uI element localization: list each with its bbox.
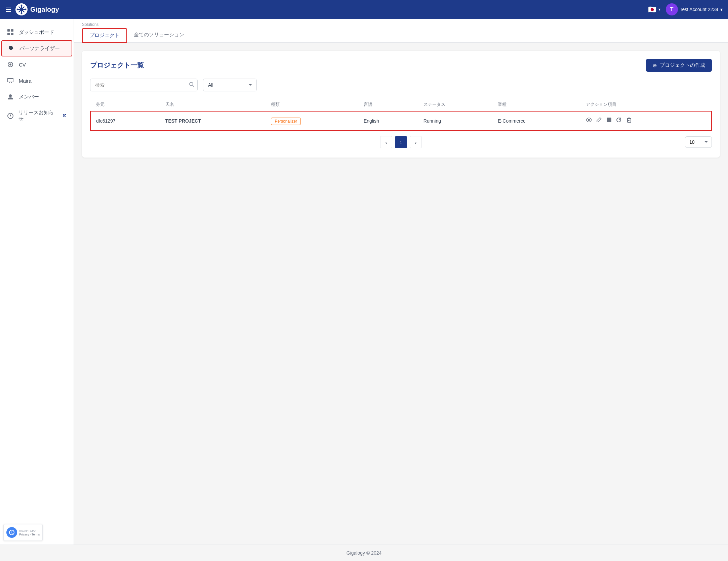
svg-point-19 xyxy=(190,82,193,86)
svg-point-21 xyxy=(588,119,590,121)
project-table: 身元 氏名 種類 言語 ステータス 業種 アクション項目 dfc61297 TE xyxy=(90,98,712,131)
col-type: 種類 xyxy=(266,98,358,111)
action-icons xyxy=(586,117,706,125)
user-avatar: T xyxy=(666,3,678,15)
header-left: ☰ Gigalogy xyxy=(5,3,59,15)
cv-icon xyxy=(7,61,14,68)
svg-point-15 xyxy=(9,94,12,97)
sidebar: ダッシュボード パーソナライザー CV xyxy=(0,19,74,545)
current-page-button[interactable]: 1 xyxy=(395,136,407,148)
svg-point-6 xyxy=(21,13,22,14)
pagination: ‹ 1 › 10 25 50 xyxy=(90,131,712,149)
main-content: プロジェクト一覧 ⊕ プロジェクトの作成 xyxy=(74,43,728,545)
lang-chevron-icon: ▾ xyxy=(658,7,660,12)
recaptcha-text-block: reCAPTCHA Privacy · Terms xyxy=(19,529,40,536)
flag-icon: 🇯🇵 xyxy=(648,5,656,13)
plus-icon: ⊕ xyxy=(653,62,657,69)
view-icon[interactable] xyxy=(586,117,592,125)
table-row: dfc61297 TEST PROJECT Personalizer Engli… xyxy=(90,111,712,130)
svg-point-18 xyxy=(10,117,11,117)
cell-status: Running xyxy=(418,111,492,130)
logo-text: Gigalogy xyxy=(30,6,59,13)
logo-icon xyxy=(15,3,28,15)
search-wrapper xyxy=(90,79,198,91)
recaptcha-logo xyxy=(6,527,17,538)
svg-rect-10 xyxy=(11,29,13,32)
cell-id: dfc61297 xyxy=(90,111,160,130)
sidebar-item-maira[interactable]: Maira xyxy=(0,73,74,89)
svg-point-5 xyxy=(21,5,22,6)
sidebar-label-cv: CV xyxy=(19,62,26,68)
sidebar-item-cv[interactable]: CV xyxy=(0,56,74,73)
edit-icon[interactable] xyxy=(596,117,602,125)
user-name-label: Test Account 2234 xyxy=(680,7,718,12)
search-icon xyxy=(189,82,194,87)
table-body: dfc61297 TEST PROJECT Personalizer Engli… xyxy=(90,111,712,130)
privacy-link[interactable]: Privacy xyxy=(19,533,29,536)
project-card-header: プロジェクト一覧 ⊕ プロジェクトの作成 xyxy=(90,59,712,72)
tab-bar: Solutions プロジェクト 全てのソリューション xyxy=(74,19,728,43)
tabs: プロジェクト 全てのソリューション xyxy=(82,28,720,42)
delete-icon[interactable] xyxy=(626,117,632,125)
filters: All Personalizer CV Maira xyxy=(90,79,712,91)
prev-page-button[interactable]: ‹ xyxy=(380,136,392,148)
content-area: Solutions プロジェクト 全てのソリューション プロジェクト一覧 ⊕ プ… xyxy=(74,19,728,545)
language-selector[interactable]: 🇯🇵 ▾ xyxy=(648,5,660,13)
svg-line-20 xyxy=(193,85,194,87)
col-id: 身元 xyxy=(90,98,160,111)
member-icon xyxy=(7,93,14,100)
svg-rect-23 xyxy=(628,119,631,122)
project-list-title: プロジェクト一覧 xyxy=(90,61,144,70)
sidebar-label-maira: Maira xyxy=(19,78,32,84)
next-page-button[interactable]: › xyxy=(410,136,422,148)
col-status: ステータス xyxy=(418,98,492,111)
col-name: 氏名 xyxy=(160,98,266,111)
create-project-button[interactable]: ⊕ プロジェクトの作成 xyxy=(646,59,712,72)
create-btn-label: プロジェクトの作成 xyxy=(660,62,705,69)
sidebar-label-personalizer: パーソナライザー xyxy=(19,45,60,52)
maira-icon xyxy=(7,77,14,84)
user-menu[interactable]: T Test Account 2234 ▾ xyxy=(666,3,723,15)
cell-name: TEST PROJECT xyxy=(160,111,266,130)
hamburger-icon[interactable]: ☰ xyxy=(5,5,11,13)
type-filter-select[interactable]: All Personalizer CV Maira xyxy=(203,79,257,91)
main-layout: ダッシュボード パーソナライザー CV xyxy=(0,19,728,545)
tab-all-solutions[interactable]: 全てのソリューション xyxy=(127,28,191,42)
cell-industry: E-Commerce xyxy=(492,111,580,130)
cell-language: English xyxy=(358,111,418,130)
col-actions: アクション項目 xyxy=(580,98,712,111)
page-size-select[interactable]: 10 25 50 xyxy=(685,136,712,148)
recaptcha-links: Privacy · Terms xyxy=(19,533,40,536)
sidebar-item-member[interactable]: メンバー xyxy=(0,89,74,105)
personalizer-icon xyxy=(7,45,15,52)
logo: Gigalogy xyxy=(15,3,59,15)
sidebar-item-release[interactable]: リリースお知らせ xyxy=(0,105,74,127)
recaptcha-badge: reCAPTCHA Privacy · Terms xyxy=(3,524,43,541)
refresh-icon[interactable] xyxy=(616,117,622,125)
header-right: 🇯🇵 ▾ T Test Account 2234 ▾ xyxy=(648,3,723,15)
col-language: 言語 xyxy=(358,98,418,111)
tab-projects[interactable]: プロジェクト xyxy=(82,28,127,43)
search-input[interactable] xyxy=(90,79,198,91)
svg-point-8 xyxy=(25,9,26,10)
footer-text: Gigalogy © 2024 xyxy=(347,550,382,556)
sidebar-item-dashboard[interactable]: ダッシュボード xyxy=(0,24,74,40)
sidebar-label-dashboard: ダッシュボード xyxy=(19,29,54,36)
stop-icon[interactable] xyxy=(606,117,612,125)
sidebar-label-member: メンバー xyxy=(19,94,39,100)
col-industry: 業種 xyxy=(492,98,580,111)
app-header: ☰ Gigalogy 🇯🇵 ▾ xyxy=(0,0,728,19)
svg-rect-22 xyxy=(607,118,611,122)
external-link-icon xyxy=(62,113,67,119)
release-icon xyxy=(7,113,14,119)
recaptcha-label: reCAPTCHA xyxy=(19,529,40,533)
terms-link[interactable]: Terms xyxy=(32,533,40,536)
sidebar-item-personalizer[interactable]: パーソナライザー xyxy=(1,40,72,56)
table-header: 身元 氏名 種類 言語 ステータス 業種 アクション項目 xyxy=(90,98,712,111)
project-card: プロジェクト一覧 ⊕ プロジェクトの作成 xyxy=(82,51,720,158)
svg-point-14 xyxy=(9,63,11,66)
svg-rect-12 xyxy=(11,33,13,35)
search-button[interactable] xyxy=(189,82,194,88)
svg-rect-11 xyxy=(7,33,10,35)
dashboard-icon xyxy=(7,29,14,36)
